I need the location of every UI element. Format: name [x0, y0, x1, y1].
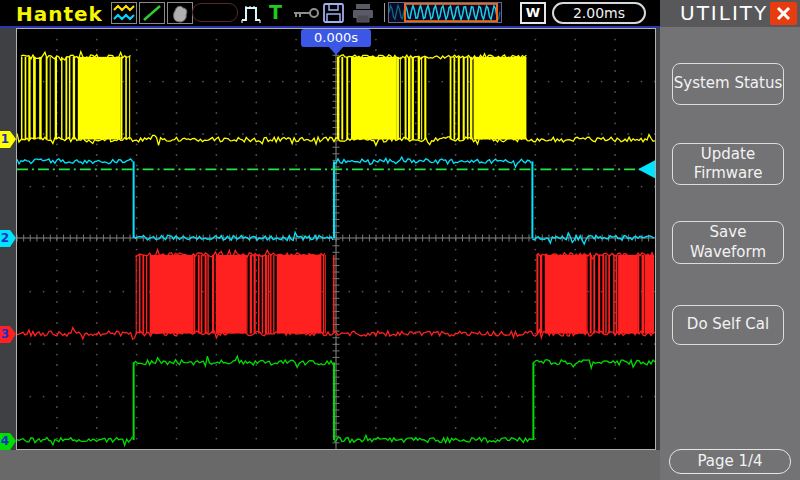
hand-tool-icon[interactable] — [167, 2, 193, 24]
oscilloscope-screen: { "toolbar": { "logo": "Hantek", "timeba… — [0, 0, 800, 480]
page-button[interactable]: Page 1/4 — [669, 449, 791, 474]
cursor-line-icon[interactable] — [139, 2, 165, 24]
save-waveform-button[interactable]: Save Waveform — [672, 221, 784, 264]
ch4-marker[interactable]: 4 — [0, 433, 16, 450]
waveform-preview[interactable] — [388, 2, 502, 23]
save-floppy-icon[interactable] — [321, 2, 346, 24]
timebase-readout[interactable]: 2.00ms — [552, 2, 646, 24]
update-firmware-button[interactable]: Update Firmware — [672, 143, 784, 185]
trigger-t-icon[interactable]: T — [269, 1, 282, 23]
ch3-marker[interactable]: 3 — [0, 326, 16, 343]
window-mode-icon[interactable]: W — [520, 2, 546, 24]
trigger-position-pointer-icon — [328, 46, 344, 55]
print-icon[interactable] — [350, 2, 376, 24]
trigger-position-label[interactable]: 0.000s — [301, 29, 371, 47]
key-lock-icon[interactable] — [291, 5, 321, 20]
hantek-logo: Hantek — [16, 2, 103, 26]
utility-menu-panel: UTILITY System Status Update Firmware Sa… — [660, 0, 800, 480]
menu-header: UTILITY — [660, 0, 800, 27]
ch1-marker[interactable]: 1 — [0, 131, 16, 148]
close-button[interactable] — [770, 2, 797, 25]
empty-indicator-slot — [192, 3, 238, 22]
ch2-marker[interactable]: 2 — [0, 230, 16, 247]
waveform-display-icon[interactable] — [111, 2, 137, 24]
close-icon — [770, 2, 797, 25]
toolbar-separator — [384, 3, 385, 22]
pulse-trigger-icon[interactable] — [239, 2, 267, 25]
status-bar: CH1 2.00V CH2 2.00V CH3 2.00V CH4 2.00V … — [0, 450, 660, 480]
toolbar: Hantek T — [0, 0, 660, 28]
system-status-button[interactable]: System Status — [672, 63, 784, 105]
do-self-cal-button[interactable]: Do Self Cal — [672, 305, 784, 345]
waveform-svg — [17, 29, 655, 449]
scope-display — [16, 28, 656, 450]
menu-title: UTILITY — [680, 0, 768, 27]
